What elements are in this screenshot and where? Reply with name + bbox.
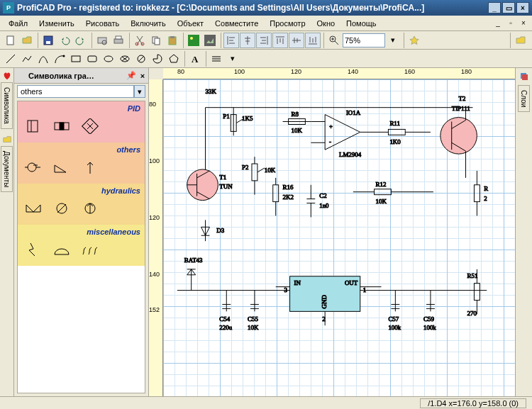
toolbar-main: ▾ xyxy=(0,31,532,50)
svg-rect-13 xyxy=(189,35,199,45)
svg-rect-5 xyxy=(114,39,123,43)
line-style-dropdown[interactable]: ▾ xyxy=(225,51,240,67)
svg-rect-26 xyxy=(60,123,64,130)
rect-icon[interactable] xyxy=(68,51,84,67)
arc-icon[interactable] xyxy=(52,51,67,67)
group-misc[interactable]: miscellaneous xyxy=(18,225,145,266)
ruler-vertical: 80 100 120 140 152 xyxy=(149,79,163,396)
group-others[interactable]: others xyxy=(18,142,145,184)
svg-rect-24 xyxy=(28,121,38,132)
copy-icon[interactable] xyxy=(148,33,164,48)
svg-rect-12 xyxy=(170,36,174,38)
paste-icon[interactable] xyxy=(165,33,180,48)
pin-icon[interactable]: 📌 xyxy=(126,71,137,80)
save-icon[interactable] xyxy=(40,33,56,48)
svg-point-14 xyxy=(190,37,193,40)
folder-tab-icon[interactable] xyxy=(2,135,12,145)
menu-window[interactable]: Окно xyxy=(311,19,341,28)
status-coords: /1.D4 x=176.0 y=158.0 (0) xyxy=(420,398,526,408)
polyline-icon[interactable] xyxy=(19,51,35,67)
new-icon[interactable] xyxy=(3,33,18,48)
layers-icon[interactable] xyxy=(519,71,530,82)
category-selector: ▾ xyxy=(14,84,148,99)
menu-draw[interactable]: Рисовать xyxy=(80,19,126,28)
statusbar: /1.D4 x=176.0 y=158.0 (0) xyxy=(0,396,532,409)
picture-icon[interactable] xyxy=(202,33,218,48)
mdi-restore[interactable]: ▫ xyxy=(505,18,516,28)
maximize-button[interactable]: ▭ xyxy=(502,2,515,13)
panel-title: Символика гра… xyxy=(28,72,126,80)
curve-icon[interactable] xyxy=(35,51,51,67)
group-hydraulics[interactable]: hydraulics xyxy=(18,184,145,225)
svg-rect-2 xyxy=(46,41,50,44)
menu-view[interactable]: Просмотр xyxy=(264,19,311,28)
align-right-icon[interactable] xyxy=(256,33,272,48)
menu-edit[interactable]: Изменить xyxy=(33,19,80,28)
canvas-area: 80 100 120 140 160 180 80 100 120 140 15… xyxy=(149,68,515,396)
svg-point-8 xyxy=(141,43,144,45)
menu-align[interactable]: Совместите xyxy=(209,19,264,28)
tab-layers[interactable]: Слои xyxy=(518,85,530,112)
close-button[interactable]: × xyxy=(516,2,529,13)
group-pid[interactable]: PID xyxy=(18,101,145,142)
group-hydraulics-label: hydraulics xyxy=(22,186,140,195)
roundrect-icon[interactable] xyxy=(84,51,100,67)
group-misc-label: miscellaneous xyxy=(22,228,140,236)
ellipse-cross-icon[interactable] xyxy=(117,51,133,67)
align-top-icon[interactable] xyxy=(272,33,288,48)
menu-object[interactable]: Объект xyxy=(172,19,209,28)
zoom-icon[interactable] xyxy=(326,33,342,48)
polygon-icon[interactable] xyxy=(166,51,182,67)
group-others-label: others xyxy=(22,145,140,154)
image-icon[interactable] xyxy=(186,33,201,48)
folder-icon[interactable] xyxy=(513,33,528,48)
menu-insert[interactable]: Включить xyxy=(125,19,171,28)
mdi-close[interactable]: × xyxy=(518,18,529,28)
align-left-icon[interactable] xyxy=(223,33,239,48)
print-icon[interactable] xyxy=(111,33,126,48)
zoom-dropdown-icon[interactable]: ▾ xyxy=(385,33,401,48)
line-style-icon[interactable] xyxy=(209,51,224,67)
menu-help[interactable]: Помощь xyxy=(340,19,382,28)
tab-documents[interactable]: Документы xyxy=(1,146,13,193)
app-icon: P xyxy=(3,2,14,13)
heart-icon[interactable] xyxy=(2,71,12,81)
panel-header: Символика гра… 📌 × xyxy=(14,68,148,84)
redo-icon[interactable] xyxy=(73,33,89,48)
left-tabs: Символика Документы xyxy=(0,68,14,396)
pie-icon[interactable] xyxy=(150,51,165,67)
minimize-button[interactable]: _ xyxy=(488,2,501,13)
menubar: Файл Изменить Рисовать Включить Объект С… xyxy=(0,16,532,31)
print-preview-icon[interactable] xyxy=(94,33,110,48)
window-title: ProfiCAD Pro - registered to: irokkezz -… xyxy=(17,3,487,13)
open-icon[interactable] xyxy=(19,33,35,48)
svg-rect-10 xyxy=(155,38,160,45)
category-dropdown-icon[interactable]: ▾ xyxy=(134,85,145,98)
svg-rect-18 xyxy=(72,56,80,62)
ruler-horizontal: 80 100 120 140 160 180 xyxy=(163,68,515,79)
category-list[interactable]: PID others hydraulics xyxy=(17,101,145,393)
favorites-icon[interactable] xyxy=(406,33,422,48)
align-vcenter-icon[interactable] xyxy=(289,33,304,48)
align-hcenter-icon[interactable] xyxy=(240,33,255,48)
svg-point-20 xyxy=(104,56,113,62)
group-pid-label: PID xyxy=(22,104,140,113)
align-bottom-icon[interactable] xyxy=(305,33,321,48)
drawing-canvas[interactable]: 33K P11K5 R810K +- IO1ALM2904 R111K0 xyxy=(163,79,515,396)
tab-symbols[interactable]: Символика xyxy=(1,82,13,129)
zoom-select[interactable] xyxy=(343,33,385,47)
side-panel: Символика гра… 📌 × ▾ PID others xyxy=(14,68,149,396)
ellipse-icon[interactable] xyxy=(101,51,116,67)
mdi-minimize[interactable]: _ xyxy=(492,18,504,28)
svg-text:A: A xyxy=(192,54,199,65)
text-icon[interactable]: A xyxy=(187,51,203,67)
undo-icon[interactable] xyxy=(57,33,72,48)
line-icon[interactable] xyxy=(3,51,18,67)
menu-file[interactable]: Файл xyxy=(3,19,33,28)
svg-rect-6 xyxy=(116,36,121,39)
circle-slash-icon[interactable] xyxy=(133,51,149,67)
category-input[interactable] xyxy=(17,85,134,98)
cut-icon[interactable] xyxy=(132,33,148,48)
svg-rect-86 xyxy=(522,74,528,80)
panel-close-icon[interactable]: × xyxy=(137,72,148,80)
